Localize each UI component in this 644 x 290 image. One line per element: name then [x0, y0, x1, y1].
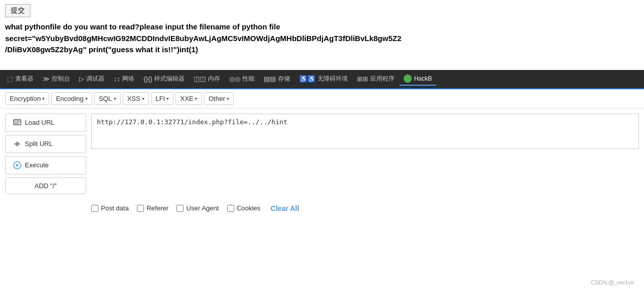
chevron-down-icon: ▾ — [114, 96, 116, 101]
post-data-checkbox-label[interactable]: Post data — [91, 204, 129, 212]
output-line1: what pythonfile do you want to read?plea… — [5, 22, 280, 31]
svg-point-5 — [16, 143, 18, 145]
user-agent-checkbox-label[interactable]: User Agent — [176, 204, 219, 212]
user-agent-checkbox[interactable] — [176, 205, 184, 212]
devtools-debugger[interactable]: 调试器 — [75, 72, 109, 85]
cookies-checkbox-label[interactable]: Cookies — [227, 204, 261, 212]
xss-label: XSS — [127, 95, 140, 102]
devtools-performance[interactable]: ◎ 性能 — [225, 72, 259, 85]
split-url-icon — [13, 139, 22, 149]
encryption-label: Encryption — [10, 95, 41, 102]
load-url-icon — [13, 118, 22, 127]
encryption-dropdown[interactable]: Encryption ▾ — [5, 92, 49, 105]
devtools-storage[interactable]: ▤ 存储 — [260, 72, 294, 85]
chevron-down-icon: ▾ — [195, 96, 197, 101]
network-label: 网络 — [122, 75, 134, 83]
performance-icon: ◎ — [229, 75, 240, 83]
sql-label: SQL — [99, 95, 112, 102]
storage-icon: ▤ — [264, 75, 276, 83]
inspector-icon — [7, 75, 13, 83]
devtools-inspector[interactable]: 查看器 — [3, 72, 38, 85]
devtools-style[interactable]: {} 样式编辑器 — [139, 72, 189, 85]
debugger-icon — [79, 75, 84, 83]
lfi-label: LFI — [156, 95, 165, 102]
referer-checkbox[interactable] — [137, 205, 144, 212]
referer-checkbox-label[interactable]: Referer — [137, 204, 168, 212]
cookies-label: Cookies — [237, 204, 261, 212]
encoding-dropdown[interactable]: Encoding ▾ — [51, 92, 92, 105]
applications-icon: ⊞ — [357, 75, 368, 83]
memory-icon: ◫ — [194, 75, 206, 83]
footer-credit: CSDN @_rev1ve — [586, 277, 639, 287]
credit-text: CSDN @_rev1ve — [591, 279, 634, 285]
output-line2: secret="w5YubyBvd08gMHcwIG92MCDDIndvIE8u… — [5, 34, 402, 43]
chevron-down-icon: ▾ — [227, 96, 229, 101]
hackbar-toolbar: Encryption ▾ Encoding ▾ SQL ▾ XSS ▾ LFI … — [0, 89, 644, 108]
sql-dropdown[interactable]: SQL ▾ — [94, 92, 121, 105]
submit-button[interactable]: 提交 — [5, 4, 30, 17]
xxe-label: XXE — [180, 95, 193, 102]
main-output-text: what pythonfile do you want to read?plea… — [5, 21, 639, 56]
user-agent-label: User Agent — [186, 204, 219, 212]
devtools-console[interactable]: 控制台 — [39, 72, 74, 85]
xss-dropdown[interactable]: XSS ▾ — [123, 92, 149, 105]
url-input[interactable] — [91, 114, 639, 149]
output-line3: /DliBvX08gw5Z2byAg" print("guess what it… — [5, 45, 198, 54]
lfi-dropdown[interactable]: LFI ▾ — [151, 92, 174, 105]
cookies-checkbox[interactable] — [227, 205, 234, 212]
style-label: 样式编辑器 — [154, 75, 185, 83]
hackbar-actions: Load URL Split URL — [5, 114, 86, 194]
execute-icon — [13, 161, 22, 170]
memory-label: 内存 — [208, 75, 220, 83]
add-slash-label: ADD "/" — [34, 182, 57, 190]
add-slash-button[interactable]: ADD "/" — [5, 177, 86, 194]
execute-button[interactable]: Execute — [5, 156, 86, 174]
execute-label: Execute — [25, 161, 49, 169]
post-data-label: Post data — [101, 204, 129, 212]
hackbar-label: HackB — [414, 75, 432, 82]
hackbar-content: Load URL Split URL — [0, 108, 644, 218]
devtools-hackbar[interactable]: HackB — [400, 72, 436, 86]
hackbar-main: Load URL Split URL — [0, 108, 644, 199]
accessibility-label: 无障碍环境 — [317, 75, 348, 83]
url-section — [91, 114, 639, 194]
encoding-label: Encoding — [56, 95, 83, 102]
load-url-button[interactable]: Load URL — [5, 114, 86, 132]
accessibility-icon: ♿ — [299, 75, 315, 83]
console-icon — [43, 75, 50, 83]
applications-label: 应用程序 — [370, 75, 395, 83]
post-data-checkbox[interactable] — [91, 205, 98, 212]
devtools-memory[interactable]: ◫ 内存 — [190, 72, 224, 85]
debugger-label: 调试器 — [86, 75, 104, 83]
clear-all-button[interactable]: Clear All — [269, 204, 301, 212]
inspector-label: 查看器 — [15, 75, 33, 83]
chevron-down-icon: ▾ — [42, 96, 45, 101]
hackbar-options: Post data Referer User Agent Cookies Cle… — [0, 199, 644, 218]
console-label: 控制台 — [52, 75, 70, 83]
devtools-toolbar: 查看器 控制台 调试器 ↕ 网络 {} 样式编辑器 ◫ 内存 ◎ 性能 ▤ 存储… — [0, 70, 644, 88]
network-icon: ↕ — [114, 75, 120, 83]
split-url-button[interactable]: Split URL — [5, 135, 86, 153]
chevron-down-icon: ▾ — [166, 96, 169, 101]
referer-label: Referer — [147, 204, 168, 212]
split-url-label: Split URL — [25, 140, 53, 148]
other-label: Other — [208, 95, 225, 102]
xxe-dropdown[interactable]: XXE ▾ — [175, 92, 202, 105]
load-url-label: Load URL — [25, 119, 55, 126]
style-icon: {} — [144, 75, 152, 83]
top-section: 提交 what pythonfile do you want to read?p… — [0, 0, 644, 60]
devtools-applications[interactable]: ⊞ 应用程序 — [353, 72, 399, 85]
storage-label: 存储 — [278, 75, 290, 83]
performance-label: 性能 — [242, 75, 255, 83]
chevron-down-icon: ▾ — [142, 96, 145, 101]
hackbar-logo-icon — [404, 75, 412, 83]
svg-point-1 — [15, 120, 16, 121]
chevron-down-icon: ▾ — [85, 96, 88, 101]
devtools-accessibility[interactable]: ♿ 无障碍环境 — [295, 72, 352, 85]
devtools-network[interactable]: ↕ 网络 — [110, 72, 138, 85]
other-dropdown[interactable]: Other ▾ — [204, 92, 234, 105]
